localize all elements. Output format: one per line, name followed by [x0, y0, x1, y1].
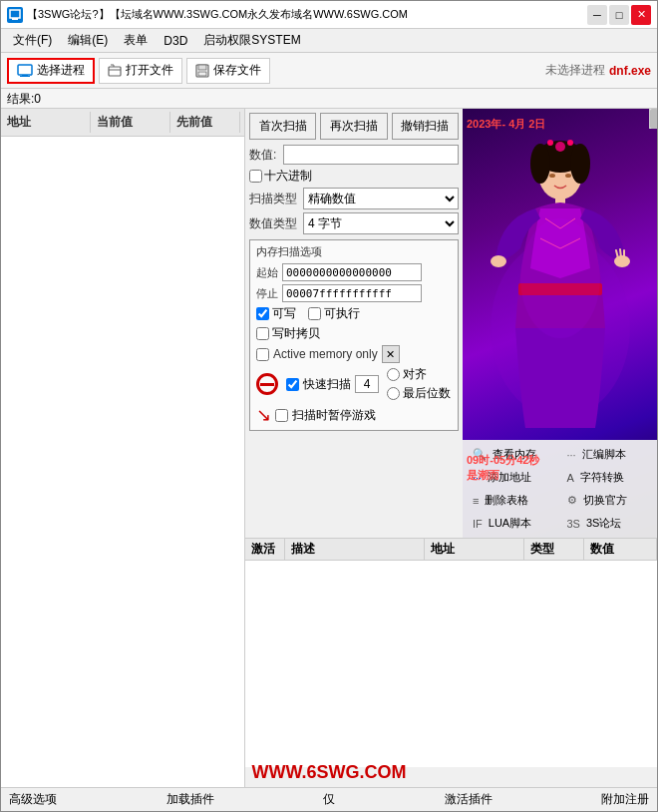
- maximize-button[interactable]: □: [609, 5, 629, 25]
- menu-file[interactable]: 文件(F): [5, 30, 60, 51]
- next-scan-button[interactable]: 再次扫描: [320, 113, 387, 140]
- scan-buttons-row: 首次扫描 再次扫描 撤销扫描: [249, 113, 459, 140]
- copy-on-write-checkbox[interactable]: [256, 327, 269, 340]
- top-right: 首次扫描 再次扫描 撤销扫描 数值: 十六进制: [245, 109, 657, 538]
- value-input[interactable]: [283, 145, 459, 165]
- start-range-row: 起始: [256, 263, 452, 281]
- svg-rect-7: [198, 65, 206, 70]
- stop-input[interactable]: [282, 284, 422, 302]
- svg-point-12: [530, 144, 550, 184]
- status-bar: 结果:0: [1, 89, 657, 109]
- table-header: 地址 当前值 先前值: [1, 109, 244, 137]
- pause-game-checkbox[interactable]: [275, 409, 288, 422]
- svg-point-21: [614, 255, 630, 267]
- menu-d3d[interactable]: D3D: [156, 32, 195, 50]
- add-register[interactable]: 附加注册: [601, 791, 649, 808]
- cancel-scan-button[interactable]: 撤销扫描: [392, 113, 459, 140]
- delete-table-label: 删除表格: [485, 493, 528, 508]
- svg-rect-8: [198, 72, 206, 76]
- activate-plugin[interactable]: 激活插件: [445, 791, 493, 808]
- results-col-activate: 激活: [245, 539, 285, 560]
- switch-official-icon: ⚙: [567, 494, 577, 507]
- pause-game-label: 扫描时暂停游戏: [292, 407, 376, 424]
- bottom-bar: 高级选项 加载插件 仅 激活插件 附加注册: [1, 787, 657, 811]
- close-button[interactable]: ✕: [631, 5, 651, 25]
- align-radio[interactable]: [387, 368, 400, 381]
- executable-checkbox[interactable]: [308, 307, 321, 320]
- results-table-body: [245, 561, 657, 767]
- svg-rect-0: [10, 10, 20, 18]
- writable-label: 可写: [272, 305, 296, 322]
- lua-icon: IF: [473, 518, 483, 530]
- action-row-4: IF LUA脚本 3S 3S论坛: [467, 513, 653, 534]
- save-file-button[interactable]: 保存文件: [186, 58, 270, 84]
- lastdigit-label: 最后位数: [403, 385, 451, 402]
- open-file-label: 打开文件: [126, 62, 173, 79]
- hex-checkbox[interactable]: [249, 170, 262, 183]
- active-memory-row: Active memory only ✕: [256, 345, 452, 363]
- fast-scan-checkbox[interactable]: [286, 378, 299, 391]
- active-memory-x-button[interactable]: ✕: [382, 345, 400, 363]
- memory-options-title: 内存扫描选项: [256, 244, 452, 259]
- char-convert-button[interactable]: A 字符转换: [561, 467, 654, 488]
- scan-type-row: 扫描类型 精确数值: [249, 188, 459, 209]
- results-table-header: 激活 描述 地址 类型 数值: [245, 539, 657, 561]
- fast-scan-num-input[interactable]: [355, 375, 379, 393]
- copy-on-write-row: 写时拷贝: [256, 325, 452, 342]
- first-scan-button[interactable]: 首次扫描: [249, 113, 316, 140]
- no-entry-icon: [256, 373, 278, 395]
- char-convert-icon: A: [567, 472, 574, 484]
- checkboxes-row: 可写 可执行: [256, 305, 452, 322]
- open-icon: [108, 64, 122, 78]
- svg-point-14: [555, 142, 565, 152]
- lastdigit-radio[interactable]: [387, 387, 400, 400]
- writable-checkbox[interactable]: [256, 307, 269, 320]
- assemble-script-button[interactable]: ··· 汇编脚本: [561, 444, 654, 465]
- lua-script-button[interactable]: IF LUA脚本: [467, 513, 559, 534]
- col-previous: 先前值: [170, 112, 240, 133]
- menu-system[interactable]: 启动权限SYSTEM: [195, 30, 308, 51]
- menu-edit[interactable]: 编辑(E): [60, 30, 116, 51]
- svg-point-20: [491, 255, 506, 267]
- scan-type-select[interactable]: 精确数值: [303, 188, 459, 209]
- svg-rect-5: [109, 67, 121, 76]
- delete-table-button[interactable]: ≡ 删除表格: [467, 490, 559, 511]
- bottom-results-section: 激活 描述 地址 类型 数值: [245, 538, 657, 767]
- scrollbar[interactable]: [649, 109, 657, 129]
- forum-3s-button[interactable]: 3S 3S论坛: [561, 513, 654, 534]
- menu-table[interactable]: 表单: [116, 30, 156, 51]
- col-current: 当前值: [91, 112, 170, 133]
- results-col-type: 类型: [524, 539, 584, 560]
- title-bar: 【3SWG论坛?】【坛域名WWW.3SWG.COM永久发布域名WWW.6SWG.…: [1, 1, 657, 29]
- delete-table-icon: ≡: [473, 495, 479, 507]
- switch-official-button[interactable]: ⚙ 切换官方: [561, 490, 654, 511]
- process-display: 未选择进程 dnf.exe: [545, 62, 651, 79]
- results-col-value: 数值: [584, 539, 657, 560]
- forum-icon: 3S: [567, 518, 580, 530]
- window-controls: ─ □ ✕: [587, 5, 651, 25]
- app-icon: [7, 7, 23, 23]
- value-type-select[interactable]: 4 字节: [303, 212, 459, 234]
- select-process-label: 选择进程: [37, 62, 85, 79]
- align-options: 对齐 最后位数: [387, 366, 451, 402]
- copy-on-write-text: 写时拷贝: [272, 325, 320, 342]
- load-plugins[interactable]: 加载插件: [166, 791, 214, 808]
- open-file-button[interactable]: 打开文件: [99, 58, 182, 84]
- scan-controls-area: 首次扫描 再次扫描 撤销扫描 数值: 十六进制: [245, 109, 463, 538]
- forum-label: 3S论坛: [586, 516, 621, 531]
- start-input[interactable]: [282, 263, 422, 281]
- scrollbar-thumb: [650, 109, 657, 129]
- advanced-options[interactable]: 高级选项: [9, 791, 57, 808]
- svg-rect-1: [12, 18, 18, 20]
- value-row: 数值:: [249, 145, 459, 165]
- assemble-icon: ···: [567, 449, 576, 461]
- hex-row: 十六进制: [249, 168, 459, 185]
- svg-point-23: [520, 218, 600, 338]
- executable-label: 可执行: [324, 305, 360, 322]
- active-memory-checkbox[interactable]: [256, 348, 269, 361]
- writable-checkbox-label: 可写: [256, 305, 296, 322]
- svg-point-16: [567, 140, 573, 146]
- banner-area: 2023年- 4月 2日: [463, 109, 657, 538]
- minimize-button[interactable]: ─: [587, 5, 607, 25]
- select-process-button[interactable]: 选择进程: [7, 58, 95, 84]
